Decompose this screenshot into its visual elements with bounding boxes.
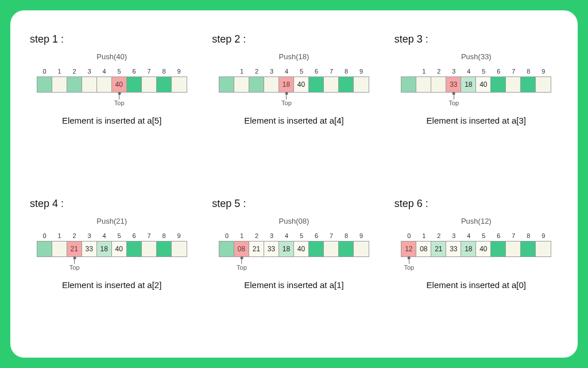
index-label: 6 — [309, 68, 324, 75]
pointer-row: Top — [37, 258, 187, 277]
index-row: 0123456789 — [37, 232, 187, 239]
step-4: step 4 :Push(21)012345678921331840TopEle… — [26, 198, 197, 346]
cell — [324, 241, 339, 256]
index-label: 9 — [536, 68, 551, 75]
top-pointer-label: Top — [404, 264, 414, 271]
cell — [97, 77, 112, 92]
index-label: 6 — [491, 232, 506, 239]
index-label: 7 — [324, 68, 339, 75]
cell — [416, 77, 431, 92]
index-label: 1 — [234, 232, 249, 239]
cell — [324, 77, 339, 92]
cell: 18 — [461, 77, 476, 92]
index-label: 2 — [249, 68, 264, 75]
index-row: 0123456789 — [37, 68, 187, 75]
index-label: 2 — [249, 232, 264, 239]
index-label: 4 — [97, 232, 112, 239]
step-3: step 3 :Push(33)0123456789331840TopEleme… — [391, 33, 562, 182]
push-operation-label: Push(08) — [279, 217, 310, 225]
cell — [339, 77, 354, 92]
cell: 33 — [446, 241, 461, 256]
step-title: step 4 : — [30, 198, 64, 210]
index-label: 3 — [446, 68, 461, 75]
index-label: 1 — [52, 232, 67, 239]
index-label: 1 — [52, 68, 67, 75]
cell — [264, 77, 279, 92]
index-row: 0123456789 — [401, 68, 551, 75]
array-cells: 21331840 — [37, 241, 187, 257]
index-label: 0 — [401, 232, 416, 239]
cell: 18 — [279, 241, 294, 256]
index-label: 8 — [157, 68, 172, 75]
cell — [249, 77, 264, 92]
cell-top: 08 — [234, 241, 249, 256]
cell — [521, 77, 536, 92]
index-label: 7 — [506, 232, 521, 239]
cell — [157, 241, 172, 256]
step-title: step 3 : — [394, 33, 428, 45]
index-label: 5 — [476, 232, 491, 239]
cell — [491, 241, 506, 256]
index-label: 1 — [234, 68, 249, 75]
top-pointer: Top — [404, 258, 414, 271]
cell: 40 — [294, 77, 309, 92]
insert-message: Element is inserted at a[2] — [62, 280, 161, 290]
index-label: 2 — [67, 68, 82, 75]
index-label: 7 — [506, 68, 521, 75]
index-label: 3 — [264, 232, 279, 239]
index-label: 9 — [172, 68, 187, 75]
cell — [339, 241, 354, 256]
top-pointer-label: Top — [448, 99, 459, 106]
cell — [127, 241, 142, 256]
index-label: 6 — [127, 68, 142, 75]
index-label: 6 — [309, 232, 324, 239]
insert-message: Element is inserted at a[5] — [62, 116, 161, 125]
top-pointer-label: Top — [281, 99, 292, 106]
cell — [157, 77, 172, 92]
index-label: 5 — [294, 232, 309, 239]
cell — [521, 241, 536, 256]
index-label: 5 — [112, 68, 127, 75]
cell — [127, 77, 142, 92]
cell: 40 — [294, 241, 309, 256]
top-pointer: Top — [281, 94, 292, 106]
cell — [536, 241, 551, 256]
cell — [219, 77, 234, 92]
array-cells: 331840 — [401, 76, 551, 93]
index-label: 1 — [416, 232, 431, 239]
top-pointer-label: Top — [69, 264, 80, 271]
index-label: 6 — [491, 68, 506, 75]
index-label: 9 — [354, 68, 369, 75]
index-label: 2 — [67, 232, 82, 239]
index-label: 4 — [279, 68, 294, 75]
array-cells: 1840 — [219, 76, 369, 93]
cell — [354, 241, 369, 256]
index-label: 4 — [461, 68, 476, 75]
index-label: 7 — [324, 232, 339, 239]
step-2: step 2 :Push(18)01234567891840TopElement… — [208, 33, 379, 182]
index-label: 5 — [476, 68, 491, 75]
index-label: 8 — [521, 68, 536, 75]
top-pointer: Top — [448, 94, 459, 106]
top-pointer: Top — [69, 258, 80, 271]
push-operation-label: Push(12) — [461, 217, 492, 225]
cell: 40 — [476, 241, 491, 256]
cell — [67, 77, 82, 92]
cell — [234, 77, 249, 92]
top-pointer: Top — [114, 94, 125, 106]
cell — [52, 77, 67, 92]
cell — [309, 241, 324, 256]
index-label: 3 — [82, 232, 97, 239]
index-label: 2 — [431, 68, 446, 75]
cell — [506, 241, 521, 256]
cell-top: 40 — [112, 77, 127, 92]
cell — [142, 77, 157, 92]
cell-top: 18 — [279, 77, 294, 92]
cell: 33 — [82, 241, 97, 256]
index-row: 0123456789 — [219, 68, 369, 75]
cell-top: 12 — [401, 241, 416, 256]
index-label: 3 — [82, 68, 97, 75]
cell-top: 21 — [67, 241, 82, 256]
index-label: 0 — [37, 232, 52, 239]
cell — [142, 241, 157, 256]
